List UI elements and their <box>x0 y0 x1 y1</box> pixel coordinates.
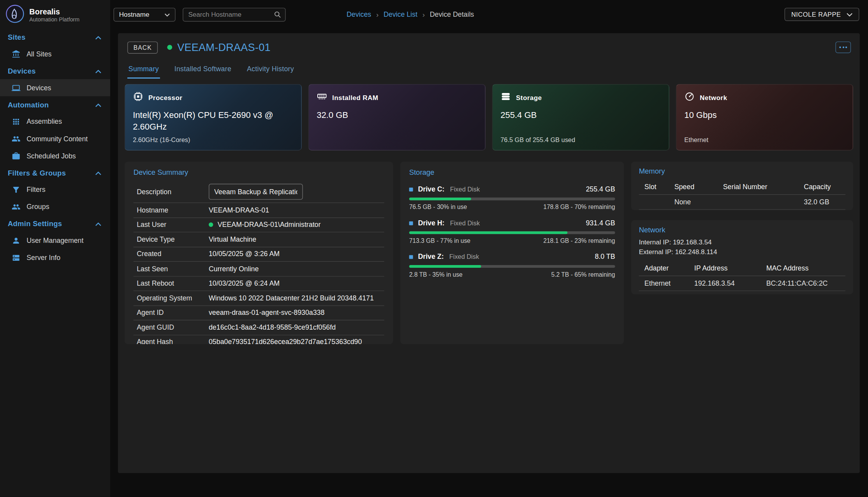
processor-card: Processor Intel(R) Xeon(R) CPU E5-2690 v… <box>125 84 302 151</box>
drive-remaining: 178.8 GB - 70% remaining <box>543 204 615 210</box>
tab-summary[interactable]: Summary <box>127 62 160 79</box>
ram-icon <box>317 91 327 104</box>
sidebar-item-assemblies[interactable]: Assemblies <box>0 113 110 130</box>
panel-title: Network <box>639 226 845 234</box>
section-label: Admin Settings <box>8 220 62 228</box>
sidebar-item-label: User Management <box>26 237 83 244</box>
table-header-row: Adapter IP Address MAC Address <box>639 261 845 276</box>
topbar: Hostname Devices › Device List › Device … <box>110 0 868 29</box>
drive-used: 76.5 GB - 30% in use <box>409 204 467 210</box>
device-title: VEEAM-DRAAS-01 <box>177 41 271 53</box>
online-status-dot <box>209 223 213 227</box>
user-menu-button[interactable]: NICOLE RAPPE <box>785 8 859 21</box>
section-label: Filters & Groups <box>8 169 66 177</box>
gauge-icon <box>684 91 695 104</box>
table-row: Agent Hash 05ba0e7935171d626ecea29b27d7a… <box>134 335 384 344</box>
sidebar-item-scheduled-jobs[interactable]: Scheduled Jobs <box>0 147 110 164</box>
cpu-icon <box>133 91 143 104</box>
storage-panel: Storage Drive C: Fixed Disk 255.4 GB 76.… <box>400 162 624 344</box>
table-row: Created 10/05/2025 @ 3:26 AM <box>134 247 384 262</box>
drive-remaining: 5.2 TB - 65% remaining <box>551 271 615 278</box>
app-viewport: Borealis Automation Platform Sites All S… <box>0 0 868 497</box>
drive-row-h: Drive H: Fixed Disk 931.4 GB 713.3 GB - … <box>409 219 615 244</box>
sidebar-item-label: Assemblies <box>26 118 62 125</box>
detail-tabs: Summary Installed Software Activity Hist… <box>127 62 860 79</box>
external-ip: External IP: 162.248.8.114 <box>639 248 845 257</box>
filter-icon <box>11 185 20 194</box>
section-label: Devices <box>8 67 36 75</box>
laptop-icon <box>11 83 20 92</box>
table-row: Ethernet 192.168.3.54 BC:24:11:CA:C6:2C <box>639 276 845 291</box>
sidebar-section-devices[interactable]: Devices <box>0 63 110 79</box>
breadcrumb: Devices › Device List › Device Details <box>347 10 474 18</box>
table-row: Last Seen Currently Online <box>134 262 384 276</box>
table-row: Operating System Windows 10 2022 Datacen… <box>134 291 384 306</box>
tab-activity-history[interactable]: Activity History <box>246 62 295 79</box>
section-label: Sites <box>8 33 26 41</box>
tab-installed-software[interactable]: Installed Software <box>173 62 232 79</box>
device-header: BACK VEEAM-DRAAS-01 <box>127 41 851 54</box>
description-input[interactable] <box>209 184 303 200</box>
table-row: Device Type Virtual Machine <box>134 232 384 247</box>
back-button[interactable]: BACK <box>127 41 158 53</box>
card-value: 10 Gbps <box>684 109 835 121</box>
disks-icon <box>500 91 511 104</box>
card-label: Network <box>700 94 727 102</box>
chevron-up-icon <box>95 100 102 109</box>
device-details-panel: BACK VEEAM-DRAAS-01 Summary Installed So… <box>118 33 860 473</box>
sidebar-item-label: Groups <box>26 203 49 211</box>
people-icon <box>11 202 20 211</box>
table-row: Last User VEEAM-DRAAS-01\Administrator <box>134 218 384 232</box>
sidebar-item-user-management[interactable]: User Management <box>0 232 110 249</box>
sidebar-item-groups[interactable]: Groups <box>0 198 110 215</box>
chevron-up-icon <box>95 33 102 41</box>
section-label: Automation <box>8 100 49 109</box>
search-box <box>183 7 285 21</box>
drive-remaining: 218.1 GB - 23% remaining <box>543 237 615 244</box>
sidebar-item-filters[interactable]: Filters <box>0 181 110 198</box>
card-value: 32.0 GB <box>317 109 467 121</box>
table-row: Hostname VEEAM-DRAAS-01 <box>134 203 384 218</box>
panel-title: Storage <box>409 168 615 176</box>
panel-title: Memory <box>639 167 845 175</box>
brand-logo-row: Borealis Automation Platform <box>0 0 110 29</box>
chevron-up-icon <box>95 67 102 75</box>
internal-ip: Internal IP: 192.168.3.54 <box>639 238 845 248</box>
sidebar-item-community-content[interactable]: Community Content <box>0 130 110 147</box>
sidebar-section-automation[interactable]: Automation <box>0 96 110 113</box>
briefcase-icon <box>11 151 20 160</box>
sidebar-section-sites[interactable]: Sites <box>0 29 110 46</box>
more-options-button[interactable] <box>835 42 851 53</box>
chevron-up-icon <box>95 169 102 177</box>
sidebar-section-admin-settings[interactable]: Admin Settings <box>0 215 110 232</box>
breadcrumb-device-list[interactable]: Device List <box>384 11 417 18</box>
network-panel: Network Internal IP: 192.168.3.54 Extern… <box>631 220 853 295</box>
stat-cards: Processor Intel(R) Xeon(R) CPU E5-2690 v… <box>125 84 853 151</box>
chevron-down-icon <box>847 11 853 18</box>
card-label: Installed RAM <box>332 94 378 102</box>
user-icon <box>11 236 20 245</box>
sidebar-item-server-info[interactable]: Server Info <box>0 249 110 266</box>
drive-used: 2.8 TB - 35% in use <box>409 271 463 278</box>
ip-summary: Internal IP: 192.168.3.54 External IP: 1… <box>639 238 845 257</box>
storage-card: Storage 255.4 GB 76.5 GB of 255.4 GB use… <box>492 84 669 151</box>
breadcrumb-devices[interactable]: Devices <box>347 11 371 18</box>
breadcrumb-separator: › <box>376 10 379 18</box>
building-icon <box>11 49 20 59</box>
sidebar-section-filters-groups[interactable]: Filters & Groups <box>0 164 110 181</box>
table-row: Agent ID veeam-draas-01-agent-svc-8930a3… <box>134 306 384 320</box>
drive-usage-bar <box>409 198 615 200</box>
card-label: Processor <box>148 94 182 102</box>
drive-used: 713.3 GB - 77% in use <box>409 237 470 244</box>
card-footer: Ethernet <box>684 137 708 143</box>
search-input[interactable] <box>183 7 285 21</box>
sidebar-item-devices[interactable]: Devices <box>0 79 110 96</box>
sidebar-item-all-sites[interactable]: All Sites <box>0 46 110 63</box>
breadcrumb-current: Device Details <box>430 11 474 18</box>
detail-panels: Device Summary Description Hostname VEEA… <box>125 162 853 344</box>
table-header-row: Slot Speed Serial Number Capacity <box>639 180 845 194</box>
drive-row-z: Drive Z: Fixed Disk 8.0 TB 2.8 TB - 35% … <box>409 253 615 278</box>
card-footer: 2.60GHz (16-Cores) <box>133 137 190 143</box>
brand-subtitle: Automation Platform <box>29 17 79 23</box>
hostname-filter-select[interactable]: Hostname <box>113 7 175 21</box>
